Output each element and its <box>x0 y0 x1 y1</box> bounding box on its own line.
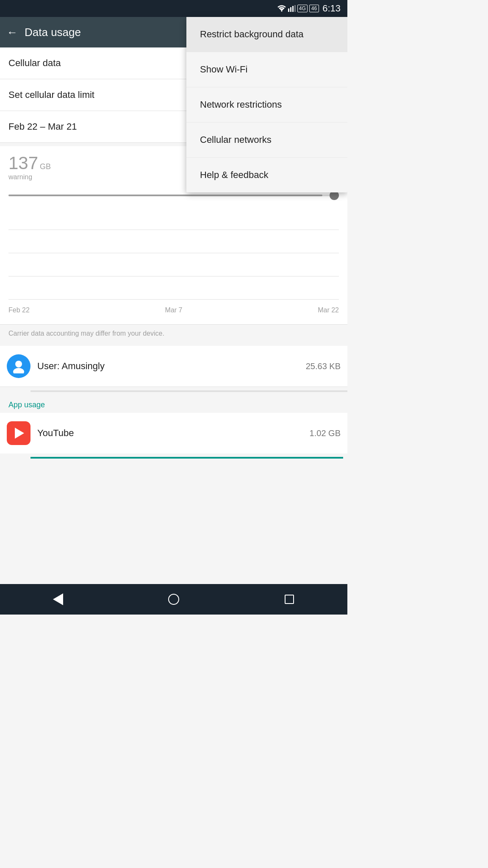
network-type-badge: 4G <box>297 5 308 12</box>
chart-value: 137 <box>8 153 38 173</box>
chart-unit: GB <box>40 162 51 171</box>
svg-point-1 <box>281 11 282 12</box>
chart-dates: Feb 22 Mar 7 Mar 22 <box>8 303 339 317</box>
user-avatar <box>7 354 30 378</box>
youtube-icon <box>7 421 30 445</box>
youtube-usage-bar <box>30 457 343 459</box>
youtube-app-name: YouTube <box>37 428 303 439</box>
dropdown-item-cellular[interactable]: Cellular networks <box>186 122 347 158</box>
wifi-icon <box>277 5 286 12</box>
svg-rect-5 <box>294 5 296 12</box>
svg-point-14 <box>13 368 24 373</box>
youtube-row[interactable]: YouTube 1.02 GB <box>0 413 347 453</box>
signal-icon <box>288 5 296 12</box>
dropdown-item-wifi[interactable]: Show Wi-Fi <box>186 52 347 87</box>
app-usage-header: App usage <box>0 392 347 413</box>
status-bar: 4G 46 6:13 <box>0 0 347 17</box>
date-mid: Mar 7 <box>165 306 183 314</box>
play-icon <box>15 428 24 439</box>
battery-icon: 46 <box>309 5 319 12</box>
svg-rect-2 <box>288 8 289 12</box>
date-end: Mar 22 <box>318 306 339 314</box>
chart-graph <box>8 206 339 300</box>
youtube-data-usage: 1.02 GB <box>310 428 341 438</box>
user-row[interactable]: User: Amusingly 25.63 KB <box>0 346 347 387</box>
chart-warning-label: warning <box>8 173 32 181</box>
dropdown-menu: Restrict background data Show Wi-Fi Netw… <box>186 17 347 192</box>
user-name: User: Amusingly <box>37 361 299 372</box>
disclaimer-text: Carrier data accounting may differ from … <box>0 324 347 342</box>
recents-nav-icon <box>285 595 294 604</box>
svg-point-13 <box>15 361 22 367</box>
back-button[interactable]: ← <box>7 26 18 39</box>
dropdown-item-restrict[interactable]: Restrict background data <box>186 17 347 52</box>
chart-axis <box>8 299 339 300</box>
nav-home-button[interactable] <box>166 592 181 607</box>
svg-rect-4 <box>292 6 294 12</box>
date-start: Feb 22 <box>8 306 30 314</box>
svg-rect-3 <box>290 7 291 12</box>
slider-fill <box>8 195 322 196</box>
person-icon <box>11 359 26 373</box>
status-icons: 4G 46 <box>277 5 319 12</box>
user-data-usage: 25.63 KB <box>306 362 341 371</box>
home-nav-icon <box>168 594 179 605</box>
status-time: 6:13 <box>322 3 341 14</box>
dropdown-item-network[interactable]: Network restrictions <box>186 87 347 122</box>
slider-track <box>8 195 339 196</box>
nav-back-button[interactable] <box>50 592 66 607</box>
back-nav-icon <box>53 593 63 605</box>
bottom-nav <box>0 584 347 615</box>
nav-recents-button[interactable] <box>282 592 297 607</box>
dropdown-item-help[interactable]: Help & feedback <box>186 158 347 192</box>
